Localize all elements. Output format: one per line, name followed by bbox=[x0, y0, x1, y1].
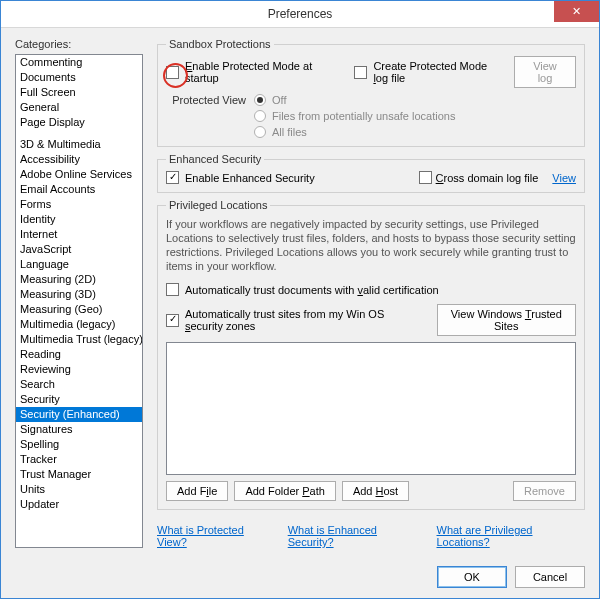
auto-trust-valid-label: Automatically trust documents with valid… bbox=[185, 284, 439, 296]
cross-domain-log-checkbox[interactable] bbox=[419, 171, 432, 184]
cancel-button[interactable]: Cancel bbox=[515, 566, 585, 588]
category-item[interactable]: General bbox=[16, 100, 142, 115]
pv-off-label: Off bbox=[272, 94, 286, 106]
enable-protected-mode-label: Enable Protected Mode at startup bbox=[185, 60, 327, 84]
protected-view-unsafe-radio[interactable] bbox=[254, 110, 266, 122]
add-folder-path-button[interactable]: Add Folder Path bbox=[234, 481, 336, 501]
remove-button[interactable]: Remove bbox=[513, 481, 576, 501]
category-item[interactable]: JavaScript bbox=[16, 242, 142, 257]
enhanced-security-group: Enhanced Security Enable Enhanced Securi… bbox=[157, 153, 585, 193]
protected-view-label: Protected View bbox=[166, 94, 254, 138]
auto-trust-winos-label: Automatically trust sites from my Win OS… bbox=[185, 308, 416, 332]
close-button[interactable]: ✕ bbox=[554, 1, 599, 22]
add-file-button[interactable]: Add File bbox=[166, 481, 228, 501]
category-item[interactable]: Security (Enhanced) bbox=[16, 407, 142, 422]
what-is-enhanced-security-link[interactable]: What is Enhanced Security? bbox=[288, 524, 423, 548]
category-item[interactable]: Signatures bbox=[16, 422, 142, 437]
category-item[interactable]: Page Display bbox=[16, 115, 142, 130]
ok-button[interactable]: OK bbox=[437, 566, 507, 588]
category-item[interactable]: Search bbox=[16, 377, 142, 392]
category-item[interactable]: Reading bbox=[16, 347, 142, 362]
auto-trust-winos-checkbox[interactable] bbox=[166, 314, 179, 327]
category-item[interactable]: Tracker bbox=[16, 452, 142, 467]
category-item[interactable]: 3D & Multimedia bbox=[16, 137, 142, 152]
sandbox-legend: Sandbox Protections bbox=[166, 38, 274, 50]
category-item[interactable]: Identity bbox=[16, 212, 142, 227]
enable-protected-mode-checkbox[interactable] bbox=[166, 66, 179, 79]
category-item[interactable]: Updater bbox=[16, 497, 142, 512]
create-log-label: Create Protected Mode log file bbox=[373, 60, 502, 84]
categories-panel: Categories: CommentingDocumentsFull Scre… bbox=[15, 38, 143, 548]
category-item[interactable]: Multimedia (legacy) bbox=[16, 317, 142, 332]
titlebar: Preferences ✕ bbox=[1, 1, 599, 28]
category-item[interactable]: Full Screen bbox=[16, 85, 142, 100]
category-item[interactable]: Measuring (2D) bbox=[16, 272, 142, 287]
category-item[interactable]: Units bbox=[16, 482, 142, 497]
privileged-legend: Privileged Locations bbox=[166, 199, 270, 211]
protected-view-off-radio[interactable] bbox=[254, 94, 266, 106]
auto-trust-valid-cert-checkbox[interactable] bbox=[166, 283, 179, 296]
category-item[interactable]: Measuring (Geo) bbox=[16, 302, 142, 317]
add-host-button[interactable]: Add Host bbox=[342, 481, 409, 501]
category-item[interactable]: Documents bbox=[16, 70, 142, 85]
preferences-window: Preferences ✕ Categories: CommentingDocu… bbox=[0, 0, 600, 599]
category-item[interactable]: Email Accounts bbox=[16, 182, 142, 197]
category-item[interactable]: Adobe Online Services bbox=[16, 167, 142, 182]
view-log-button[interactable]: View log bbox=[514, 56, 576, 88]
privileged-locations-listbox[interactable] bbox=[166, 342, 576, 475]
category-item[interactable]: Accessibility bbox=[16, 152, 142, 167]
what-are-privileged-locations-link[interactable]: What are Privileged Locations? bbox=[437, 524, 586, 548]
category-item[interactable]: Security bbox=[16, 392, 142, 407]
enable-enhanced-label: Enable Enhanced Security bbox=[185, 172, 315, 184]
enhanced-legend: Enhanced Security bbox=[166, 153, 264, 165]
category-item[interactable]: Reviewing bbox=[16, 362, 142, 377]
privileged-locations-group: Privileged Locations If your workflows a… bbox=[157, 199, 585, 510]
category-item[interactable]: Forms bbox=[16, 197, 142, 212]
protected-view-all-radio[interactable] bbox=[254, 126, 266, 138]
view-windows-trusted-sites-button[interactable]: View Windows Trusted Sites bbox=[437, 304, 576, 336]
category-item[interactable]: Commenting bbox=[16, 55, 142, 70]
settings-panel: Sandbox Protections Enable Protected Mod… bbox=[143, 38, 585, 548]
dialog-footer: OK Cancel bbox=[437, 566, 585, 588]
pv-all-label: All files bbox=[272, 126, 307, 138]
category-item[interactable]: Measuring (3D) bbox=[16, 287, 142, 302]
help-links: What is Protected View? What is Enhanced… bbox=[157, 524, 585, 548]
category-item[interactable]: Language bbox=[16, 257, 142, 272]
category-item[interactable]: Spelling bbox=[16, 437, 142, 452]
enable-enhanced-security-checkbox[interactable] bbox=[166, 171, 179, 184]
privileged-help-text: If your workflows are negatively impacte… bbox=[166, 217, 576, 273]
what-is-protected-view-link[interactable]: What is Protected View? bbox=[157, 524, 274, 548]
pv-unsafe-label: Files from potentially unsafe locations bbox=[272, 110, 455, 122]
category-item[interactable]: Internet bbox=[16, 227, 142, 242]
view-link[interactable]: View bbox=[552, 172, 576, 184]
sandbox-protections-group: Sandbox Protections Enable Protected Mod… bbox=[157, 38, 585, 147]
cross-domain-label: Cross domain log file bbox=[436, 172, 539, 184]
category-item[interactable]: Multimedia Trust (legacy) bbox=[16, 332, 142, 347]
category-item[interactable]: Trust Manager bbox=[16, 467, 142, 482]
categories-label: Categories: bbox=[15, 38, 143, 50]
categories-list[interactable]: CommentingDocumentsFull ScreenGeneralPag… bbox=[15, 54, 143, 548]
create-log-checkbox[interactable] bbox=[354, 66, 367, 79]
window-title: Preferences bbox=[268, 7, 333, 21]
